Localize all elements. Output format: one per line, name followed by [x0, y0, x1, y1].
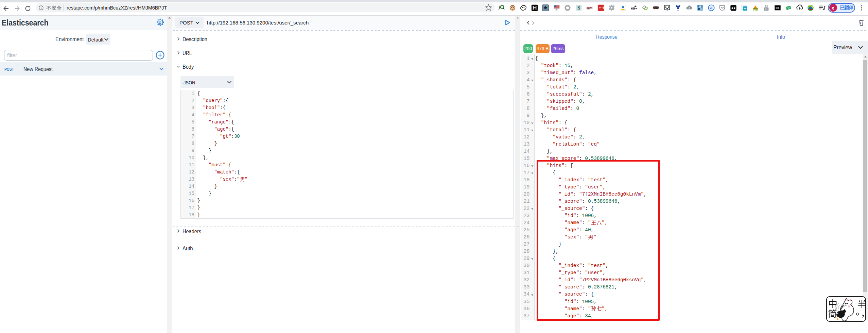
svg-text:a: a: [710, 5, 713, 10]
svg-text:Pdf: Pdf: [753, 8, 758, 11]
svg-text:01: 01: [776, 6, 780, 10]
svg-text:en: en: [631, 6, 635, 10]
svg-text:S: S: [577, 5, 580, 11]
